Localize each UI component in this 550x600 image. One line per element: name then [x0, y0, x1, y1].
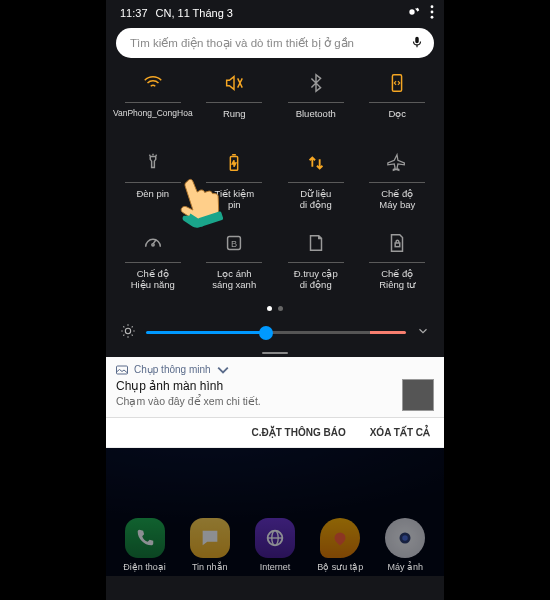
- svg-point-2: [431, 16, 434, 19]
- tile-label: VanPhong_CongHoa: [113, 108, 193, 118]
- status-time: 11:37: [120, 7, 148, 19]
- page-indicator: [106, 304, 444, 319]
- more-icon[interactable]: [430, 5, 434, 21]
- svg-point-14: [403, 535, 409, 541]
- search-placeholder: Tìm kiếm điện thoại và dò tìm thiết bị ở…: [130, 36, 410, 50]
- app-label: Máy ảnh: [388, 562, 424, 572]
- tile-sound[interactable]: Rung: [194, 68, 276, 144]
- notif-settings-button[interactable]: C.ĐẶT THÔNG BÁO: [251, 427, 345, 438]
- home-screen: Điện thoại Tin nhắn Internet Bộ sưu tập …: [106, 448, 444, 576]
- tile-label: Lọc ánh sáng xanh: [212, 268, 256, 291]
- app-messages[interactable]: Tin nhắn: [181, 518, 239, 572]
- app-gallery[interactable]: Bộ sưu tập: [311, 518, 369, 572]
- notification-subtitle: Chạm vào đây để xem chi tiết.: [116, 395, 434, 407]
- panel-drag-handle[interactable]: [106, 349, 444, 357]
- tile-airplane[interactable]: Chế độ Máy bay: [357, 148, 439, 224]
- svg-text:B: B: [231, 239, 237, 249]
- notification-app-row: Chụp thông minh: [116, 364, 434, 375]
- quick-settings-grid: VanPhong_CongHoa Rung Bluetooth Dọc Đèn …: [106, 66, 444, 304]
- app-label: Internet: [260, 562, 291, 572]
- svg-point-5: [152, 244, 154, 246]
- tile-hotspot[interactable]: Đ.truy cập di động: [275, 228, 357, 304]
- status-date: CN, 11 Tháng 3: [156, 7, 233, 19]
- tile-label: Chế độ Máy bay: [379, 188, 415, 211]
- search-input[interactable]: Tìm kiếm điện thoại và dò tìm thiết bị ở…: [116, 28, 434, 58]
- tile-label: Rung: [223, 108, 246, 119]
- notification-actions: C.ĐẶT THÔNG BÁO XÓA TẤT CẢ: [106, 418, 444, 448]
- chevron-down-icon[interactable]: [416, 324, 430, 340]
- tile-performance[interactable]: Chế độ Hiệu năng: [112, 228, 194, 304]
- tile-private[interactable]: Chế độ Riêng tư: [357, 228, 439, 304]
- svg-point-0: [431, 5, 434, 8]
- tile-mobile-data[interactable]: Dữ liệu di động: [275, 148, 357, 224]
- app-phone[interactable]: Điện thoại: [116, 518, 174, 572]
- brightness-icon: [120, 323, 136, 341]
- app-label: Điện thoại: [123, 562, 166, 572]
- tile-label: Đ.truy cập di động: [294, 268, 338, 291]
- notification-app-name: Chụp thông minh: [134, 364, 211, 375]
- tile-label: Chế độ Riêng tư: [379, 268, 415, 291]
- svg-point-9: [125, 328, 130, 333]
- svg-rect-8: [395, 243, 400, 247]
- svg-point-1: [431, 11, 434, 14]
- notification-thumbnail[interactable]: [402, 379, 434, 411]
- tile-rotation[interactable]: Dọc: [357, 68, 439, 144]
- tile-bluetooth[interactable]: Bluetooth: [275, 68, 357, 144]
- brightness-slider[interactable]: [146, 331, 406, 334]
- tile-label: Chế độ Hiệu năng: [131, 268, 175, 291]
- notification-title: Chụp ảnh màn hình: [116, 379, 434, 393]
- app-camera[interactable]: Máy ảnh: [376, 518, 434, 572]
- mic-icon[interactable]: [410, 35, 424, 51]
- app-internet[interactable]: Internet: [246, 518, 304, 572]
- image-icon: [116, 365, 128, 375]
- brightness-row: [106, 319, 444, 349]
- tile-label: Dữ liệu di động: [300, 188, 332, 211]
- app-label: Tin nhắn: [192, 562, 228, 572]
- status-bar: 11:37 CN, 11 Tháng 3: [106, 0, 444, 22]
- app-label: Bộ sưu tập: [317, 562, 363, 572]
- clear-all-button[interactable]: XÓA TẤT CẢ: [370, 427, 430, 438]
- tile-label: Bluetooth: [296, 108, 336, 119]
- notification-card[interactable]: Chụp thông minh Chụp ảnh màn hình Chạm v…: [106, 357, 444, 418]
- tile-label: Dọc: [388, 108, 406, 119]
- chevron-down-icon[interactable]: [217, 365, 229, 375]
- tile-wifi[interactable]: VanPhong_CongHoa: [112, 68, 194, 144]
- tile-bluelight[interactable]: B Lọc ánh sáng xanh: [194, 228, 276, 304]
- dock: Điện thoại Tin nhắn Internet Bộ sưu tập …: [106, 518, 444, 572]
- brightness-thumb[interactable]: [259, 326, 273, 340]
- gear-icon[interactable]: [404, 4, 420, 22]
- phone-frame: 11:37 CN, 11 Tháng 3 Tìm kiếm điện thoại…: [106, 0, 444, 600]
